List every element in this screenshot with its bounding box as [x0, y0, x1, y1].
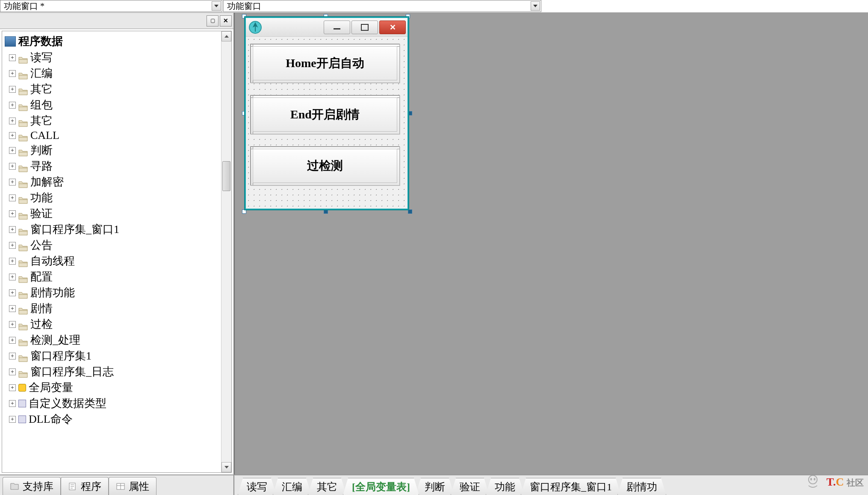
- tree-item[interactable]: 读写: [3, 50, 220, 65]
- tree-item[interactable]: 过检: [3, 316, 220, 332]
- code-tab[interactable]: 剧情功: [617, 478, 666, 495]
- code-tab[interactable]: 判断: [416, 478, 454, 495]
- designed-window-inner: Home开启自动 End开启剧情 过检测: [246, 18, 407, 209]
- tree-item[interactable]: 全局变量: [3, 380, 220, 395]
- folder-icon: [18, 117, 28, 125]
- tree-item[interactable]: 寻路: [3, 158, 220, 174]
- expand-icon[interactable]: [9, 179, 16, 186]
- expand-icon[interactable]: [9, 321, 16, 328]
- expand-icon[interactable]: [9, 163, 16, 170]
- expand-icon[interactable]: [9, 384, 16, 391]
- expand-icon[interactable]: [9, 226, 16, 233]
- designed-body[interactable]: Home开启自动 End开启剧情 过检测: [246, 37, 407, 209]
- tab-support-lib[interactable]: 支持库: [3, 477, 61, 495]
- tree-item[interactable]: 公告: [3, 237, 220, 253]
- design-area[interactable]: Home开启自动 End开启剧情 过检测: [234, 13, 868, 474]
- folder-icon: [18, 85, 28, 93]
- code-tab[interactable]: [全局变量表]: [343, 478, 419, 495]
- expand-icon[interactable]: [9, 102, 16, 109]
- folder-icon: [18, 226, 28, 233]
- scroll-up-button[interactable]: [221, 31, 231, 41]
- folder-icon: [18, 132, 28, 139]
- folder-icon: [18, 54, 28, 62]
- expand-icon[interactable]: [9, 132, 16, 139]
- tree-item-label: 过检: [30, 317, 53, 332]
- tab-program[interactable]: 程序: [61, 477, 109, 495]
- tree-item[interactable]: 窗口程序集_日志: [3, 364, 220, 380]
- tab-label: 窗口程序集_窗口1: [530, 480, 612, 494]
- expand-icon[interactable]: [9, 274, 16, 280]
- expand-icon[interactable]: [9, 416, 16, 423]
- tree-item-label: 寻路: [30, 159, 53, 174]
- folder-icon: [18, 321, 28, 328]
- program-tree[interactable]: 程序数据 读写汇编其它组包其它CALL判断寻路加解密功能验证窗口程序集_窗口1公…: [2, 31, 221, 472]
- tree-root[interactable]: 程序数据: [3, 33, 220, 50]
- designed-titlebar[interactable]: [246, 18, 407, 37]
- expand-icon[interactable]: [9, 147, 16, 154]
- maximize-button[interactable]: [351, 21, 378, 34]
- minimize-button[interactable]: [324, 21, 350, 34]
- home-auto-button[interactable]: Home开启自动: [250, 44, 400, 83]
- tree-item[interactable]: 其它: [3, 81, 220, 97]
- type-icon: [18, 415, 26, 423]
- tree-item[interactable]: 验证: [3, 206, 220, 221]
- expand-icon[interactable]: [9, 118, 16, 124]
- tree-item[interactable]: 加解密: [3, 174, 220, 190]
- tree-item[interactable]: 自动线程: [3, 253, 220, 269]
- expand-icon[interactable]: [9, 337, 16, 344]
- tree-item[interactable]: 窗口程序集1: [3, 348, 220, 364]
- expand-icon[interactable]: [9, 258, 16, 265]
- dropdown-left[interactable]: 功能窗口 *: [0, 0, 222, 12]
- svg-point-4: [810, 478, 812, 480]
- expand-icon[interactable]: [9, 368, 16, 375]
- expand-icon[interactable]: [9, 194, 16, 201]
- tree-item[interactable]: 配置: [3, 269, 220, 285]
- scroll-thumb[interactable]: [222, 161, 230, 191]
- expand-icon[interactable]: [9, 210, 16, 217]
- tree-item[interactable]: 功能: [3, 190, 220, 206]
- chevron-down-icon[interactable]: [212, 1, 221, 11]
- tree-item[interactable]: 其它: [3, 113, 220, 129]
- folder-icon: [18, 162, 28, 170]
- scroll-track[interactable]: [221, 41, 231, 462]
- code-tab[interactable]: 汇编: [273, 478, 311, 495]
- code-tab[interactable]: 读写: [238, 478, 276, 495]
- tree-item[interactable]: 判断: [3, 142, 220, 158]
- tree-item[interactable]: 组包: [3, 97, 220, 113]
- close-panel-button[interactable]: [220, 15, 232, 27]
- tree-item[interactable]: 剧情功能: [3, 285, 220, 301]
- expand-icon[interactable]: [9, 305, 16, 312]
- code-tab[interactable]: 验证: [451, 478, 489, 495]
- tree-item-label: 汇编: [30, 66, 53, 81]
- tree-root-label: 程序数据: [18, 34, 63, 49]
- close-window-button[interactable]: [379, 21, 406, 34]
- designed-window[interactable]: Home开启自动 End开启剧情 过检测: [244, 16, 409, 210]
- chevron-down-icon[interactable]: [531, 1, 540, 11]
- expand-icon[interactable]: [9, 86, 16, 93]
- tab-properties[interactable]: 属性: [109, 477, 156, 495]
- scroll-down-button[interactable]: [221, 462, 231, 472]
- folder-icon: [18, 210, 28, 218]
- tree-scrollbar[interactable]: [221, 31, 231, 472]
- expand-icon[interactable]: [9, 289, 16, 296]
- expand-icon[interactable]: [9, 54, 16, 61]
- tree-item[interactable]: DLL命令: [3, 411, 220, 427]
- tree-item[interactable]: 剧情: [3, 301, 220, 316]
- dock-button[interactable]: [207, 15, 218, 27]
- end-story-button[interactable]: End开启剧情: [250, 95, 400, 134]
- code-tab[interactable]: 功能: [486, 478, 524, 495]
- folder-icon: [18, 194, 28, 202]
- expand-icon[interactable]: [9, 70, 16, 77]
- tree-item[interactable]: 汇编: [3, 65, 220, 81]
- tree-item[interactable]: CALL: [3, 129, 220, 142]
- tree-item[interactable]: 窗口程序集_窗口1: [3, 221, 220, 237]
- code-tab[interactable]: 窗口程序集_窗口1: [521, 478, 621, 495]
- expand-icon[interactable]: [9, 400, 16, 407]
- tree-item[interactable]: 检测_处理: [3, 332, 220, 348]
- dropdown-right[interactable]: 功能窗口: [223, 0, 541, 12]
- expand-icon[interactable]: [9, 242, 16, 249]
- code-tab[interactable]: 其它: [308, 478, 346, 495]
- tree-item[interactable]: 自定义数据类型: [3, 395, 220, 411]
- bypass-detect-button[interactable]: 过检测: [250, 146, 400, 186]
- expand-icon[interactable]: [9, 353, 16, 359]
